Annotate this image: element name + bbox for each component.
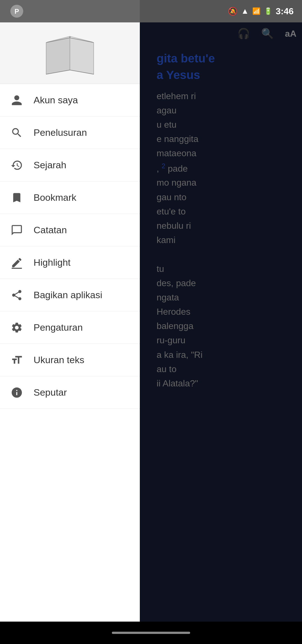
book-illustration-svg bbox=[42, 31, 98, 76]
notification-icon: 🔕 bbox=[228, 7, 238, 16]
menu-label-catatan: Catatan bbox=[34, 225, 67, 235]
history-svg bbox=[11, 159, 23, 171]
highlight-icon bbox=[8, 254, 25, 271]
status-time: 3:46 bbox=[276, 6, 294, 17]
search-menu-icon bbox=[8, 124, 25, 141]
home-indicator bbox=[112, 632, 190, 634]
book-illustration bbox=[42, 31, 98, 76]
drawer-overlay[interactable] bbox=[140, 0, 302, 644]
drawer-status-bar: P bbox=[0, 0, 140, 22]
menu-item-akun-saya[interactable]: Akun saya bbox=[0, 84, 140, 116]
menu-label-bookmark: Bookmark bbox=[34, 192, 76, 203]
text-size-icon bbox=[8, 352, 25, 368]
status-icons: 🔕 ▲ 📶 🔋 3:46 bbox=[228, 6, 294, 17]
search-svg bbox=[11, 127, 23, 139]
menu-label-ukuran-teks: Ukuran teks bbox=[34, 354, 84, 365]
info-icon bbox=[8, 384, 25, 401]
chat-icon bbox=[8, 222, 25, 239]
menu-item-highlight[interactable]: Highlight bbox=[0, 246, 140, 279]
bookmark-svg bbox=[11, 192, 23, 204]
person-icon bbox=[8, 92, 25, 109]
svg-marker-5 bbox=[46, 38, 70, 74]
app-logo-svg: P bbox=[10, 4, 24, 18]
menu-label-sejarah: Sejarah bbox=[34, 160, 66, 171]
settings-icon bbox=[8, 319, 25, 336]
wifi-icon: ▲ bbox=[241, 7, 249, 16]
menu-item-pengaturan[interactable]: Pengaturan bbox=[0, 311, 140, 344]
menu-label-highlight: Highlight bbox=[34, 257, 70, 268]
menu-item-sejarah[interactable]: Sejarah bbox=[0, 149, 140, 181]
svg-marker-6 bbox=[70, 38, 94, 74]
drawer-header bbox=[0, 22, 140, 84]
menu-label-pengaturan: Pengaturan bbox=[34, 322, 83, 333]
signal-icon: 📶 bbox=[252, 7, 261, 15]
history-icon bbox=[8, 157, 25, 174]
info-svg bbox=[11, 386, 23, 399]
share-icon bbox=[8, 287, 25, 304]
settings-svg bbox=[11, 321, 23, 334]
menu-label-penelusuran: Penelusuran bbox=[34, 127, 87, 138]
menu-item-bookmark[interactable]: Bookmark bbox=[0, 181, 140, 214]
menu-item-catatan[interactable]: Catatan bbox=[0, 214, 140, 246]
menu-item-seputar[interactable]: Seputar bbox=[0, 376, 140, 409]
drawer-app-logo: P bbox=[8, 3, 25, 20]
menu-label-seputar: Seputar bbox=[34, 387, 67, 398]
menu-label-akun-saya: Akun saya bbox=[34, 95, 78, 106]
person-svg bbox=[11, 94, 23, 106]
chat-svg bbox=[11, 224, 23, 236]
highlight-svg bbox=[11, 256, 23, 269]
menu-list: Akun saya Penelusuran Sejarah bbox=[0, 84, 140, 644]
menu-label-bagikan-aplikasi: Bagikan aplikasi bbox=[34, 290, 102, 300]
bookmark-icon bbox=[8, 189, 25, 206]
bottom-nav-bar bbox=[0, 622, 302, 644]
svg-text:P: P bbox=[15, 8, 19, 15]
drawer-panel: P bbox=[0, 0, 140, 644]
battery-icon: 🔋 bbox=[264, 7, 272, 15]
share-svg bbox=[11, 289, 23, 301]
text-size-svg bbox=[11, 354, 23, 366]
svg-rect-7 bbox=[12, 268, 22, 269]
menu-item-bagikan-aplikasi[interactable]: Bagikan aplikasi bbox=[0, 279, 140, 311]
menu-item-penelusuran[interactable]: Penelusuran bbox=[0, 116, 140, 149]
menu-item-ukuran-teks[interactable]: Ukuran teks bbox=[0, 344, 140, 376]
